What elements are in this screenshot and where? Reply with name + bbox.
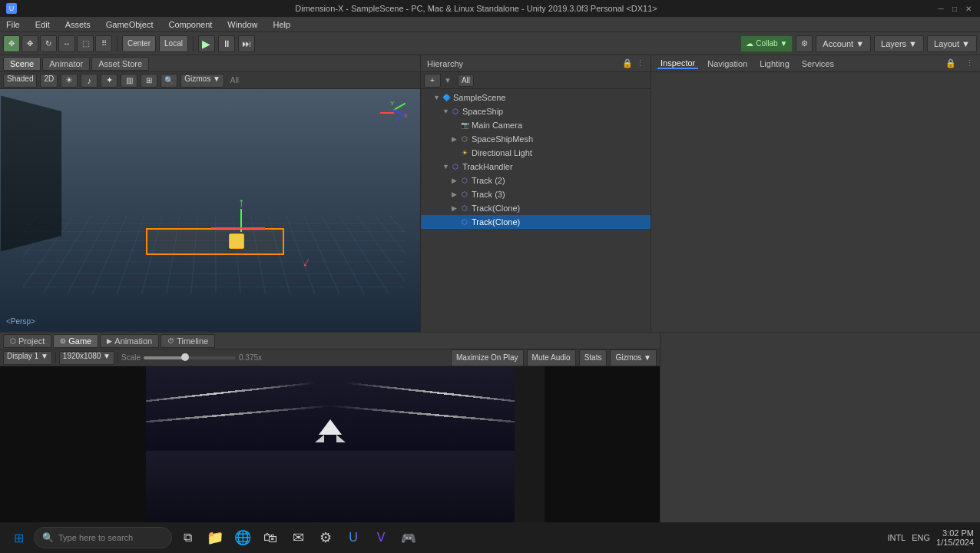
tab-animation[interactable]: ▶ Animation <box>100 334 159 348</box>
task-view-button[interactable]: ⧉ <box>175 525 200 550</box>
menu-gameobject[interactable]: GameObject <box>103 18 157 31</box>
file-explorer-icon[interactable]: 📁 <box>203 525 227 550</box>
tool-transform[interactable]: ⠿ <box>95 35 112 52</box>
maximize-button[interactable]: Maximize On Play <box>451 349 524 366</box>
scale-label: Scale <box>121 353 141 362</box>
inspector-panel: Inspector Navigation Lighting Services 🔒… <box>651 55 980 332</box>
mute-button[interactable]: Mute Audio <box>527 349 576 366</box>
pause-button[interactable]: ⏸ <box>218 35 235 52</box>
layout-button[interactable]: Layout ▼ <box>927 35 977 52</box>
more-icon[interactable]: ⋮ <box>636 58 644 68</box>
maximize-button[interactable]: □ <box>949 3 960 14</box>
effects-toggle[interactable]: ✦ <box>101 74 118 88</box>
camera-icon: 📷 <box>459 120 470 131</box>
hierarchy-item-mesh[interactable]: ▶ ⬡ SpaceShipMesh <box>421 132 651 146</box>
menu-window[interactable]: Window <box>224 18 260 31</box>
pivot-center-button[interactable]: Center <box>122 35 156 52</box>
game-toolbar: Display 1 ▼ 1920x1080 ▼ Scale 0.375x Max… <box>0 349 660 366</box>
hierarchy-item-samplescene[interactable]: ▼ 🔷 SampleScene <box>421 91 651 104</box>
dark-left <box>0 366 146 535</box>
tab-game[interactable]: ⊙ Game <box>53 334 98 348</box>
tab-animator[interactable]: Animator <box>42 57 90 71</box>
tab-inspector[interactable]: Inspector <box>657 58 698 69</box>
start-button[interactable]: ⊞ <box>6 525 31 550</box>
item-label-camera: Main Camera <box>472 121 522 130</box>
center-cube <box>229 233 244 249</box>
game-gizmos-button[interactable]: Gizmos ▼ <box>610 349 657 366</box>
date-label: 1/15/2024 <box>936 538 974 547</box>
scene-tab-bar: Scene Animator Asset Store <box>0 55 420 72</box>
app-icon-1[interactable]: 🎮 <box>396 525 421 550</box>
scene-camera-btn[interactable]: ▥ <box>121 74 137 88</box>
step-button[interactable]: ⏭ <box>238 35 255 52</box>
mail-icon[interactable]: ✉ <box>286 525 310 550</box>
tab-lighting[interactable]: Lighting <box>757 59 793 68</box>
hide-grid-btn[interactable]: ⊞ <box>141 74 157 88</box>
unity-icon[interactable]: U <box>341 525 366 550</box>
tab-project[interactable]: ⬡ Project <box>3 334 51 348</box>
add-hierarchy-button[interactable]: + <box>424 74 441 88</box>
menu-file[interactable]: File <box>3 18 23 31</box>
inspector-lock[interactable]: 🔒 <box>945 58 956 68</box>
search-bar[interactable]: 🔍 Type here to search <box>34 527 172 548</box>
menu-component[interactable]: Component <box>165 18 215 31</box>
axis-widget: Y X Z <box>377 97 408 127</box>
menubar: File Edit Assets GameObject Component Wi… <box>0 17 980 32</box>
go-icon-spaceship: ⬡ <box>450 106 461 117</box>
light-icon: ☀ <box>459 147 470 158</box>
hierarchy-item-track2[interactable]: ▶ ⬡ Track (2) <box>421 174 651 187</box>
tab-scene[interactable]: Scene <box>3 57 41 71</box>
menu-edit[interactable]: Edit <box>32 18 53 31</box>
browser-icon[interactable]: 🌐 <box>230 525 255 550</box>
dropdown-arrow: ▼ <box>444 76 452 84</box>
display-dropdown[interactable]: Display 1 ▼ <box>3 351 52 365</box>
2d-toggle[interactable]: 2D <box>40 74 58 88</box>
coord-local-button[interactable]: Local <box>159 35 188 52</box>
inspector-more[interactable]: ⋮ <box>965 58 974 68</box>
scale-slider[interactable] <box>144 356 236 359</box>
close-button[interactable]: ✕ <box>963 3 974 14</box>
settings-taskbar-icon[interactable]: ⚙ <box>313 525 338 550</box>
scene-search-btn[interactable]: 🔍 <box>161 74 177 88</box>
tool-hand[interactable]: ✥ <box>3 35 20 52</box>
account-button[interactable]: Account ▼ <box>816 35 871 52</box>
tool-scale[interactable]: ↔ <box>58 35 75 52</box>
scale-handle[interactable] <box>181 353 189 361</box>
hierarchy-item-trackclone1[interactable]: ▶ ⬡ Track(Clone) <box>421 201 651 215</box>
gizmos-dropdown[interactable]: Gizmos ▼ <box>180 74 224 88</box>
stats-button[interactable]: Stats <box>579 349 608 366</box>
game-view[interactable] <box>0 366 660 535</box>
hierarchy-item-spaceship[interactable]: ▼ ⬡ SpaceShip <box>421 104 651 118</box>
hierarchy-item-track3[interactable]: ▶ ⬡ Track (3) <box>421 187 651 201</box>
resolution-dropdown[interactable]: 1920x1080 ▼ <box>59 351 114 365</box>
tab-navigation[interactable]: Navigation <box>704 59 750 68</box>
lighting-toggle[interactable]: ☀ <box>61 74 78 88</box>
play-button[interactable]: ▶ <box>198 35 215 52</box>
hierarchy-item-trackhandler[interactable]: ▼ ⬡ TrackHandler <box>421 160 651 174</box>
tool-rect[interactable]: ⬚ <box>77 35 94 52</box>
tool-move[interactable]: ✥ <box>22 35 38 52</box>
tool-rotate[interactable]: ↻ <box>40 35 57 52</box>
all-filter[interactable]: All <box>458 75 474 87</box>
app-icon: U <box>6 3 17 14</box>
layers-button[interactable]: Layers ▼ <box>874 35 924 52</box>
vs-icon[interactable]: V <box>369 525 393 550</box>
store-icon[interactable]: 🛍 <box>258 525 283 550</box>
settings-button[interactable]: ⚙ <box>796 35 813 52</box>
scene-view[interactable]: <Persp> Y X Z <box>0 89 420 332</box>
audio-toggle[interactable]: ♪ <box>81 74 98 88</box>
tab-asset-store[interactable]: Asset Store <box>91 57 149 71</box>
hierarchy-item-trackclone2[interactable]: ⬡ Track(Clone) <box>421 215 651 229</box>
shading-dropdown[interactable]: Shaded <box>3 74 37 88</box>
lock-icon[interactable]: 🔒 <box>622 58 633 68</box>
menu-assets[interactable]: Assets <box>62 18 94 31</box>
hierarchy-item-camera[interactable]: 📷 Main Camera <box>421 118 651 132</box>
tab-services[interactable]: Services <box>799 59 837 68</box>
hierarchy-item-light[interactable]: ☀ Directional Light <box>421 146 651 160</box>
collab-button[interactable]: ☁ Collab ▼ <box>740 35 793 52</box>
menu-help[interactable]: Help <box>270 18 293 31</box>
minimize-button[interactable]: ─ <box>935 3 946 14</box>
window-controls[interactable]: ─ □ ✕ <box>935 3 974 14</box>
tab-timeline[interactable]: ⏱ Timeline <box>161 334 215 348</box>
project-label: Project <box>18 336 45 346</box>
